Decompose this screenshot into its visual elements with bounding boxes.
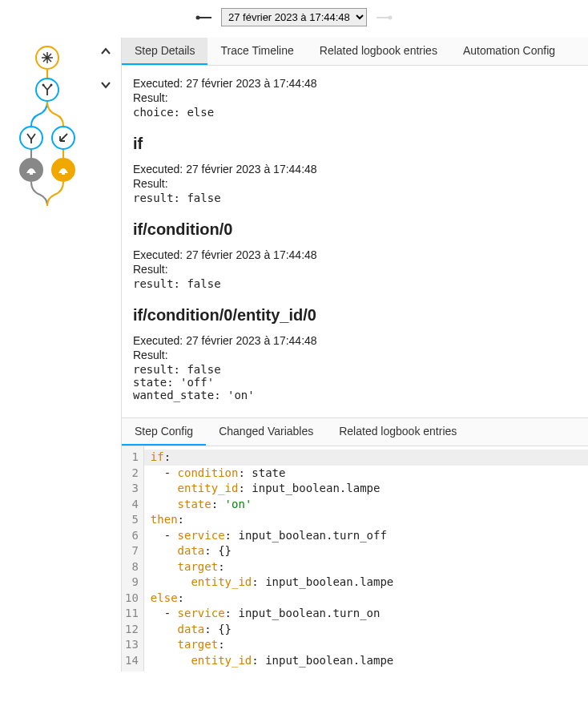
- block-heading: if/condition/0: [133, 220, 572, 239]
- trace-select[interactable]: 27 février 2023 à 17:44:48: [221, 8, 367, 26]
- then-node[interactable]: [19, 126, 43, 150]
- executed-label: Executed: 27 février 2023 à 17:44:48: [133, 163, 572, 175]
- svg-point-3: [389, 15, 393, 19]
- trigger-node[interactable]: [35, 46, 59, 70]
- yaml-editor: 1 2 3 4 5 6 7 8 9 10 11 12 13 14 if: - c…: [122, 446, 588, 672]
- result-label: Result:: [133, 349, 572, 361]
- block-heading: if: [133, 135, 572, 153]
- tab-related-logbook[interactable]: Related logbook entries: [307, 38, 450, 65]
- next-trace-button[interactable]: [375, 13, 393, 22]
- tab-trace-timeline[interactable]: Trace Timeline: [207, 38, 306, 65]
- tab-step-details[interactable]: Step Details: [122, 38, 207, 65]
- main-tabbar: Step Details Trace Timeline Related logb…: [122, 38, 588, 66]
- executed-label: Executed: 27 février 2023 à 17:44:48: [133, 77, 572, 90]
- result-code: choice: else: [133, 106, 572, 119]
- result-label: Result:: [133, 263, 572, 276]
- choose-node[interactable]: [35, 78, 59, 102]
- svg-rect-6: [30, 172, 33, 175]
- svg-point-4: [42, 84, 45, 87]
- executed-label: Executed: 27 février 2023 à 17:44:48: [133, 248, 572, 261]
- svg-point-5: [50, 84, 53, 87]
- prev-trace-button[interactable]: [195, 13, 213, 22]
- block-heading: if/condition/0/entity_id/0: [133, 306, 572, 325]
- then-action-node[interactable]: [19, 158, 43, 182]
- result-label: Result:: [133, 91, 572, 104]
- result-code: result: false state: 'off' wanted_state:…: [133, 363, 572, 401]
- trace-block-condition-0: if/condition/0 Executed: 27 février 2023…: [133, 220, 572, 290]
- tab-automation-config[interactable]: Automation Config: [450, 38, 568, 65]
- result-code: result: false: [133, 277, 572, 290]
- result-code: result: false: [133, 192, 572, 204]
- svg-rect-7: [62, 172, 65, 175]
- trace-block-root: Executed: 27 février 2023 à 17:44:48 Res…: [133, 77, 572, 119]
- result-label: Result:: [133, 177, 572, 190]
- line-gutter: 1 2 3 4 5 6 7 8 9 10 11 12 13 14: [122, 446, 144, 672]
- trace-graph-sidebar: [0, 38, 121, 672]
- else-action-node[interactable]: [51, 158, 75, 182]
- subtab-step-config[interactable]: Step Config: [122, 418, 206, 446]
- config-tabbar: Step Config Changed Variables Related lo…: [122, 417, 588, 446]
- subtab-related-logbook[interactable]: Related logbook entries: [326, 418, 469, 446]
- subtab-changed-variables[interactable]: Changed Variables: [206, 418, 326, 446]
- executed-label: Executed: 27 février 2023 à 17:44:48: [133, 334, 572, 347]
- trace-block-if: if Executed: 27 février 2023 à 17:44:48 …: [133, 135, 572, 204]
- trace-block-entity-0: if/condition/0/entity_id/0 Executed: 27 …: [133, 306, 572, 401]
- topbar: 27 février 2023 à 17:44:48: [0, 0, 588, 38]
- main-panel: Step Details Trace Timeline Related logb…: [121, 38, 588, 672]
- else-node[interactable]: [51, 126, 75, 150]
- svg-point-0: [196, 15, 200, 19]
- code-lines[interactable]: if: - condition: state entity_id: input_…: [144, 446, 588, 672]
